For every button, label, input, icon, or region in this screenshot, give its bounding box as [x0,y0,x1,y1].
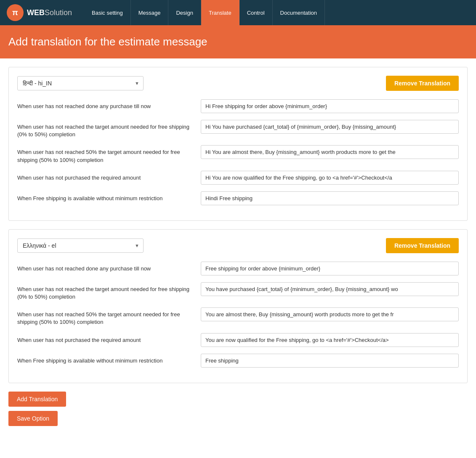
page-title: Add translation for the estimate message [8,35,468,48]
nav-item-design[interactable]: Design [168,0,201,25]
field-row-2-2: When user has not reached 50% the target… [17,307,459,326]
field-input-1-4[interactable] [201,191,459,205]
field-label-1-4: When Free shipping is available without … [17,191,194,202]
field-label-1-2: When user has not reached 50% the target… [17,145,194,164]
page-header: Add translation for the estimate message [0,25,476,58]
language-select-wrapper-2: Ελληνικά - el [17,238,144,253]
language-select-wrapper-1: हिन्दी - hi_IN [17,76,144,90]
block-top-1: हिन्दी - hi_IN Remove Translation [17,76,459,91]
nav-item-message[interactable]: Message [131,0,169,25]
field-input-2-2[interactable] [201,307,459,321]
field-label-1-3: When user has not purchased the required… [17,171,194,182]
nav-item-translate[interactable]: Translate [201,0,239,25]
main-content: हिन्दी - hi_IN Remove Translation When u… [0,58,476,458]
add-translation-button[interactable]: Add Translation [8,392,66,407]
field-row-1-2: When user has not reached 50% the target… [17,145,459,164]
save-option-button[interactable]: Save Option [8,411,58,426]
language-select-1[interactable]: हिन्दी - hi_IN [17,76,144,90]
field-row-2-0: When user has not reached done any purch… [17,262,459,275]
remove-translation-button-1[interactable]: Remove Translation [386,76,459,91]
language-select-2[interactable]: Ελληνικά - el [17,238,144,253]
field-row-2-4: When Free shipping is available without … [17,354,459,368]
logo-text: WEBSolution [27,8,72,17]
field-input-1-2[interactable] [201,145,459,159]
nav-item-basic-setting[interactable]: Basic setting [84,0,131,25]
field-input-2-3[interactable] [201,333,459,347]
field-label-2-2: When user has not reached 50% the target… [17,307,194,326]
field-label-2-3: When user has not purchased the required… [17,333,194,344]
block-top-2: Ελληνικά - el Remove Translation [17,238,459,253]
field-input-1-1[interactable] [201,120,459,134]
field-row-1-3: When user has not purchased the required… [17,171,459,185]
field-input-1-3[interactable] [201,171,459,185]
nav-item-documentation[interactable]: Documentation [273,0,325,25]
header: π WEBSolution Basic setting Message Desi… [0,0,476,25]
field-label-2-1: When user has not reached the target amo… [17,282,194,301]
nav-item-control[interactable]: Control [239,0,273,25]
field-label-2-0: When user has not reached done any purch… [17,262,194,273]
translation-block-1: हिन्दी - hi_IN Remove Translation When u… [8,67,468,221]
field-row-1-0: When user has not reached done any purch… [17,99,459,113]
field-input-2-1[interactable] [201,282,459,296]
bottom-actions: Add Translation Save Option [8,392,468,426]
logo-icon: π [7,4,24,21]
field-row-2-1: When user has not reached the target amo… [17,282,459,301]
field-input-1-0[interactable] [201,99,459,113]
nav-bar: Basic setting Message Design Translate C… [84,0,325,25]
field-row-2-3: When user has not purchased the required… [17,333,459,347]
field-input-2-4[interactable] [201,354,459,368]
field-label-1-1: When user has not reached the target amo… [17,120,194,138]
field-label-2-4: When Free shipping is available without … [17,354,194,365]
translation-block-2: Ελληνικά - el Remove Translation When us… [8,229,468,383]
field-row-1-4: When Free shipping is available without … [17,191,459,205]
field-row-1-1: When user has not reached the target amo… [17,120,459,138]
field-label-1-0: When user has not reached done any purch… [17,99,194,110]
svg-text:π: π [12,8,18,17]
field-input-2-0[interactable] [201,262,459,275]
remove-translation-button-2[interactable]: Remove Translation [386,238,459,253]
logo-area: π WEBSolution [0,4,84,21]
